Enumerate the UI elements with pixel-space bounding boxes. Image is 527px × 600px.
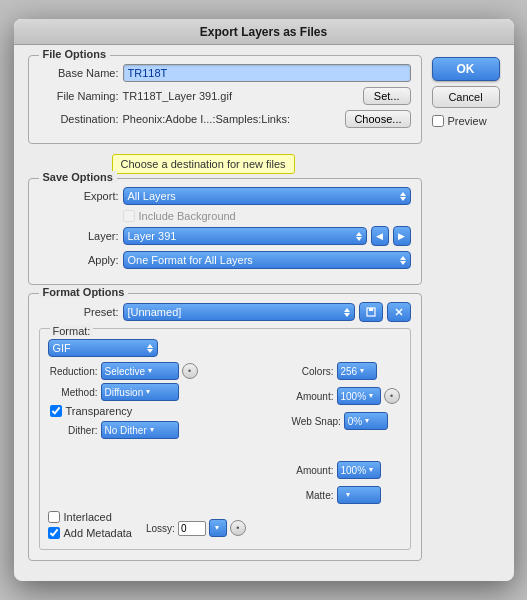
file-options-label: File Options — [39, 48, 111, 60]
format-arrow-up — [147, 344, 153, 348]
apply-arrows — [400, 256, 406, 265]
preset-label: Preset: — [39, 306, 119, 318]
set-button[interactable]: Set... — [363, 87, 411, 105]
base-name-label: Base Name: — [39, 67, 119, 79]
dither-amount-row: Amount: 100% — [292, 461, 402, 479]
reduction-label: Reduction: — [48, 366, 98, 377]
add-metadata-checkbox[interactable] — [48, 527, 60, 539]
dither-amount-arrow — [369, 468, 373, 472]
destination-row: Destination: Pheonix:Adobe I...:Samples:… — [39, 110, 411, 128]
web-snap-select[interactable]: 0% — [344, 412, 388, 430]
add-metadata-row: Add Metadata — [48, 527, 133, 539]
web-snap-arrow — [365, 419, 369, 423]
gif-left-col: Reduction: Selective • Method: — [48, 362, 282, 507]
choose-button[interactable]: Choose... — [345, 110, 410, 128]
amount-row: Amount: 100% • — [292, 387, 402, 405]
matte-select[interactable] — [337, 486, 381, 504]
interlaced-row: Interlaced — [48, 511, 133, 523]
amount-select[interactable]: 100% — [337, 387, 381, 405]
arrow-up-icon — [400, 192, 406, 196]
layer-next-button[interactable]: ▶ — [393, 226, 411, 246]
websnap-row: Web Snap: 0% — [292, 412, 402, 430]
dialog-buttons: OK Cancel Preview — [432, 57, 500, 127]
reduction-options-btn[interactable]: • — [182, 363, 198, 379]
preset-select[interactable]: [Unnamed] — [123, 303, 355, 321]
lossy-input[interactable] — [178, 521, 206, 536]
format-value: GIF — [53, 342, 71, 354]
layer-arrow-up — [356, 232, 362, 236]
matte-arrow — [346, 493, 350, 497]
web-snap-label: Web Snap: — [292, 416, 341, 427]
include-background-label: Include Background — [139, 210, 236, 222]
amount-options-btn[interactable]: • — [384, 388, 400, 404]
ok-button[interactable]: OK — [432, 57, 500, 81]
format-options-label: Format Options — [39, 286, 129, 298]
dialog-title: Export Layers as Files — [14, 19, 514, 45]
export-arrows — [400, 192, 406, 201]
destination-value: Pheonix:Adobe I...:Samples:Links: — [123, 113, 291, 125]
file-naming-row: File Naming: TR118T_Layer 391.gif Set... — [39, 87, 411, 105]
base-name-row: Base Name: — [39, 64, 411, 82]
cancel-button[interactable]: Cancel — [432, 86, 500, 108]
interlaced-checkbox[interactable] — [48, 511, 60, 523]
preset-arrows — [344, 308, 350, 317]
apply-select[interactable]: One Format for All Layers — [123, 251, 411, 269]
amount-arrow — [369, 394, 373, 398]
dither-arrow — [150, 428, 154, 432]
method-select[interactable]: Diffusion — [101, 383, 179, 401]
colors-label: Colors: — [292, 366, 334, 377]
file-naming-label: File Naming: — [39, 90, 119, 102]
export-select[interactable]: All Layers — [123, 187, 411, 205]
colors-select[interactable]: 256 — [337, 362, 377, 380]
include-background-checkbox[interactable] — [123, 210, 135, 222]
format-select[interactable]: GIF — [48, 339, 158, 357]
file-options-section: File Options Base Name: File Naming: TR1… — [28, 55, 422, 144]
transparency-label: Transparency — [66, 405, 133, 417]
reduction-arrow — [148, 369, 152, 373]
svg-rect-1 — [369, 308, 373, 311]
preset-action-btn2[interactable] — [387, 302, 411, 322]
layer-prev-button[interactable]: ◀ — [371, 226, 389, 246]
lossy-options-btn[interactable]: • — [230, 520, 246, 536]
preset-arrow-up — [344, 308, 350, 312]
format-arrow-down — [147, 349, 153, 353]
layer-arrow-down — [356, 237, 362, 241]
method-row: Method: Diffusion — [48, 383, 282, 401]
transparency-checkbox[interactable] — [50, 405, 62, 417]
method-label: Method: — [48, 387, 98, 398]
file-naming-value: TR118T_Layer 391.gif — [123, 90, 232, 102]
colors-value: 256 — [341, 366, 358, 377]
gif-options: Reduction: Selective • Method: — [48, 362, 402, 507]
dither-row: Dither: No Dither — [48, 421, 282, 439]
reduction-select[interactable]: Selective — [101, 362, 179, 380]
layer-select[interactable]: Layer 391 — [123, 227, 367, 245]
lossy-col: Lossy: • — [146, 513, 246, 543]
lossy-select[interactable] — [209, 519, 227, 537]
format-select-row: GIF — [48, 339, 402, 357]
method-arrow — [146, 390, 150, 394]
format-inner: Format: GIF — [39, 328, 411, 550]
dither-amount-select[interactable]: 100% — [337, 461, 381, 479]
layer-arrows — [356, 232, 362, 241]
matte-label: Matte: — [292, 490, 334, 501]
base-name-input[interactable] — [123, 64, 411, 82]
preset-action-btn1[interactable] — [359, 302, 383, 322]
amount-value: 100% — [341, 391, 367, 402]
preset-row: Preset: [Unnamed] — [39, 302, 411, 322]
layer-label: Layer: — [39, 230, 119, 242]
export-value: All Layers — [128, 190, 176, 202]
export-row: Export: All Layers — [39, 187, 411, 205]
preset-value: [Unnamed] — [128, 306, 182, 318]
lossy-label: Lossy: — [146, 523, 175, 534]
apply-value: One Format for All Layers — [128, 254, 253, 266]
export-label: Export: — [39, 190, 119, 202]
format-label: Format: — [50, 325, 94, 337]
dither-select[interactable]: No Dither — [101, 421, 179, 439]
dither-amount-value: 100% — [341, 465, 367, 476]
destination-label: Destination: — [39, 113, 119, 125]
preview-label: Preview — [448, 115, 487, 127]
method-value: Diffusion — [105, 387, 144, 398]
apply-label: Apply: — [39, 254, 119, 266]
export-dialog: Export Layers as Files File Options Base… — [14, 19, 514, 581]
preview-checkbox[interactable] — [432, 115, 444, 127]
